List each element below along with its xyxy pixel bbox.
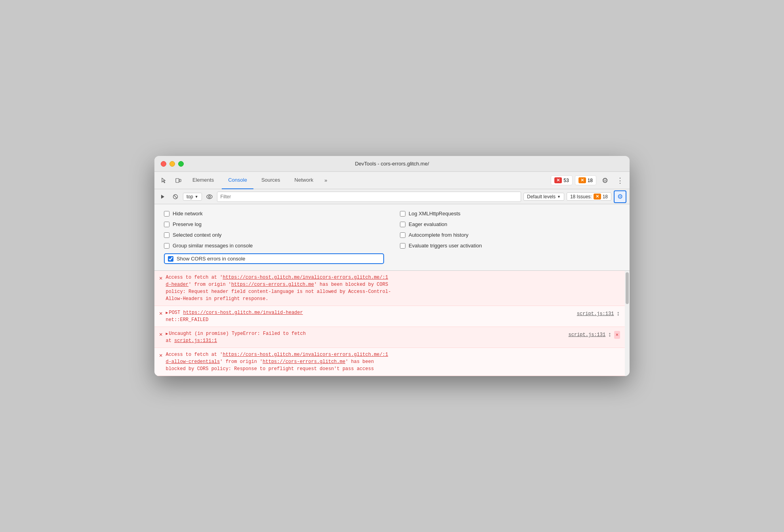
selected-context-option[interactable]: Selected context only (164, 232, 384, 238)
tab-elements[interactable]: Elements (186, 172, 220, 189)
tab-console[interactable]: Console (222, 172, 253, 189)
autocomplete-option[interactable]: Autocomplete from history (400, 232, 620, 238)
group-similar-option[interactable]: Group similar messages in console (164, 243, 384, 249)
log-levels-arrow-icon: ▼ (557, 195, 561, 199)
warning-count: 18 (588, 178, 593, 183)
eager-eval-checkbox[interactable] (400, 222, 405, 227)
log-levels-label: Default levels (527, 194, 556, 200)
close-button[interactable] (161, 161, 166, 167)
maximize-button[interactable] (178, 161, 184, 167)
eye-icon (206, 194, 213, 199)
evaluate-triggers-checkbox[interactable] (400, 243, 405, 249)
error-text-3a: Uncaught (in promise) TypeError: Failed … (169, 331, 306, 336)
no-icon (173, 194, 178, 200)
error-right-2: script.js:131 ↕ (577, 309, 620, 319)
more-tabs-button[interactable]: » (321, 172, 330, 189)
settings-panel: Hide network Preserve log Selected conte… (154, 204, 630, 271)
log-levels-button[interactable]: Default levels ▼ (523, 193, 564, 201)
log-xmlhttp-option[interactable]: Log XMLHttpRequests (400, 211, 620, 217)
title-bar: DevTools - cors-errors.glitch.me/ (154, 156, 630, 172)
file-link-3[interactable]: script.js:131 (569, 331, 606, 338)
error-icon: ✕ (159, 274, 162, 283)
svg-point-5 (207, 195, 212, 199)
block-icon-button[interactable] (170, 192, 181, 202)
filter-input[interactable] (217, 192, 521, 202)
error-link-1b[interactable]: cors-errors.glitch.me/:1 (320, 275, 388, 280)
show-cors-checkbox[interactable] (168, 256, 173, 262)
error-link-2[interactable]: https://cors-host.glitch.me/invalid-head… (183, 310, 303, 315)
error-text-1b: ' from origin ' (188, 282, 231, 287)
context-selector[interactable]: top ▼ (183, 193, 202, 201)
clear-console-button[interactable] (158, 192, 168, 202)
autocomplete-checkbox[interactable] (400, 232, 405, 238)
preserve-log-checkbox[interactable] (164, 222, 169, 227)
table-row: ✕ ▶POST https://cors-host.glitch.me/inva… (154, 306, 625, 327)
file-link-2[interactable]: script.js:131 (577, 310, 614, 317)
error-count-button[interactable]: ✕ 53 (551, 175, 572, 185)
show-cors-label: Show CORS errors in console (177, 256, 245, 262)
dismiss-error-button-3[interactable]: ✕ (614, 331, 620, 339)
expand-icon-3[interactable]: ▶ (166, 332, 168, 336)
eager-eval-option[interactable]: Eager evaluation (400, 221, 620, 227)
svg-rect-1 (179, 179, 181, 182)
devtools-window: DevTools - cors-errors.glitch.me/ Elemen… (154, 156, 630, 376)
error-method-2: POST (169, 310, 183, 315)
settings-gear-button[interactable]: ⚙ (599, 174, 611, 187)
settings-left-column: Hide network Preserve log Selected conte… (164, 211, 384, 264)
warning-count-button[interactable]: ✕ 18 (575, 175, 596, 185)
error-link-4a[interactable]: https://cors-host.glitch.me/invali (223, 352, 320, 357)
log-xmlhttp-checkbox[interactable] (400, 211, 405, 217)
main-toolbar: Elements Console Sources Network » ✕ 53 … (154, 172, 630, 189)
minimize-button[interactable] (169, 161, 175, 167)
selected-context-checkbox[interactable] (164, 232, 169, 238)
more-options-button[interactable]: ⋮ (614, 174, 626, 187)
group-similar-checkbox[interactable] (164, 243, 169, 249)
scroll-up-icon[interactable]: ↕ (616, 309, 620, 319)
error-text-1c: ' has been blocked by CORS (314, 282, 388, 287)
error-link-1d[interactable]: https://cors-errors.glitch.me (231, 282, 314, 287)
error-text-4d: blocked by CORS policy: Response to pref… (166, 366, 374, 372)
device-icon (175, 177, 181, 184)
tab-network[interactable]: Network (288, 172, 320, 189)
error-badge: ✕ (554, 177, 562, 183)
error-link-4c[interactable]: d-allow-credentials (166, 359, 220, 365)
error-message-1: Access to fetch at 'https://cors-host.gl… (166, 274, 620, 302)
inspect-element-button[interactable] (158, 174, 170, 187)
scroll-up-icon-3[interactable]: ↕ (608, 330, 612, 340)
preserve-log-option[interactable]: Preserve log (164, 221, 384, 227)
error-link-1a[interactable]: https://cors-host.glitch.me/invali (223, 275, 320, 280)
play-icon (160, 194, 166, 200)
evaluate-triggers-option[interactable]: Evaluate triggers user activation (400, 243, 620, 249)
window-title: DevTools - cors-errors.glitch.me/ (355, 161, 429, 167)
error-message-3: ▶Uncaught (in promise) TypeError: Failed… (166, 330, 565, 344)
context-label: top (186, 194, 193, 200)
scrollbar[interactable] (625, 271, 630, 376)
hide-network-option[interactable]: Hide network (164, 211, 384, 217)
expand-icon-2[interactable]: ▶ (166, 311, 168, 315)
svg-marker-2 (161, 195, 164, 199)
cursor-icon (161, 177, 167, 184)
svg-line-4 (174, 195, 177, 198)
device-toolbar-button[interactable] (172, 174, 185, 187)
eye-button[interactable] (204, 192, 215, 202)
preserve-log-label: Preserve log (173, 221, 202, 227)
show-cors-option[interactable]: Show CORS errors in console (164, 253, 384, 264)
svg-point-6 (208, 196, 210, 198)
table-row: ✕ Access to fetch at 'https://cors-host.… (154, 348, 625, 376)
issues-label: 18 Issues: (570, 194, 592, 200)
error-link-4d[interactable]: https://cors-errors.glitch.me (263, 359, 345, 365)
error-link-4b[interactable]: cors-errors.glitch.me/:1 (320, 352, 388, 357)
tab-sources[interactable]: Sources (255, 172, 287, 189)
error-link-1c[interactable]: d-header (166, 282, 188, 287)
console-settings-button[interactable]: ⚙ (614, 190, 626, 203)
error-text-1e: Allow-Headers in preflight response. (166, 296, 268, 302)
svg-rect-0 (176, 179, 179, 182)
hide-network-checkbox[interactable] (164, 211, 169, 217)
log-xmlhttp-label: Log XMLHttpRequests (409, 211, 461, 217)
console-wrapper: ✕ Access to fetch at 'https://cors-host.… (154, 271, 630, 376)
table-row: ✕ ▶Uncaught (in promise) TypeError: Fail… (154, 327, 625, 348)
hide-network-label: Hide network (173, 211, 203, 217)
scrollbar-thumb[interactable] (626, 272, 629, 304)
error-link-3[interactable]: script.js:131:1 (174, 338, 217, 344)
autocomplete-label: Autocomplete from history (409, 232, 468, 238)
